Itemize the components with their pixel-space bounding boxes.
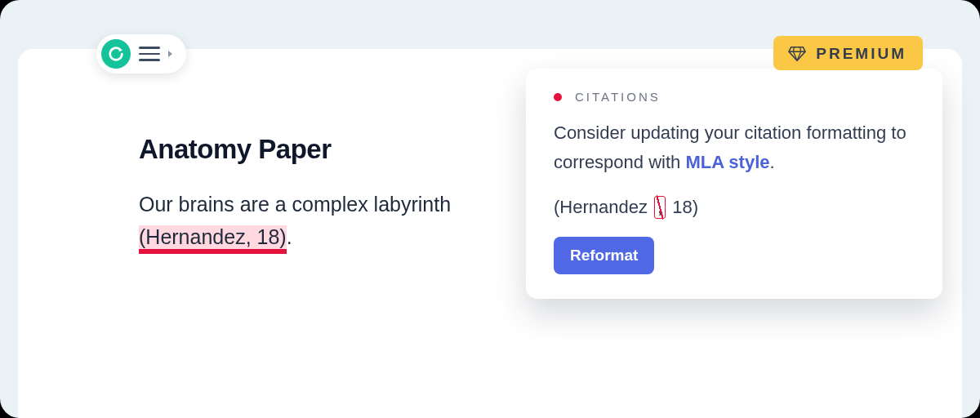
message-suffix: . [770,152,775,172]
toolbar-pill[interactable] [96,34,186,73]
document-body[interactable]: Our brains are a complex labyrinth (Hern… [139,188,482,253]
suggestion-message: Consider updating your citation formatti… [554,118,916,178]
citation-highlight[interactable]: (Hernandez, 18) [139,225,287,251]
diamond-icon [788,46,806,62]
card-header: CITATIONS [554,90,916,104]
menu-icon[interactable] [139,47,160,61]
category-dot-icon [554,93,562,101]
body-text-prefix: Our brains are a complex labyrinth [139,193,451,216]
reformat-button[interactable]: Reformat [554,237,654,274]
example-suffix: 18) [672,197,698,217]
suggestion-card: PREMIUM CITATIONS Consider updating your… [526,69,942,299]
style-link[interactable]: MLA style [685,152,769,172]
example-prefix: (Hernandez [554,197,648,217]
premium-badge[interactable]: PREMIUM [773,36,923,70]
card-category: CITATIONS [575,90,661,104]
premium-label: PREMIUM [816,45,906,63]
chevron-right-icon [168,51,172,57]
body-text-suffix: . [287,225,292,248]
removed-char-box: , [654,196,666,219]
grammarly-logo-icon [101,39,131,69]
app-frame: Anatomy Paper Our brains are a complex l… [0,0,980,418]
suggestion-example: (Hernandez , 18) [554,196,916,219]
document-content: Anatomy Paper Our brains are a complex l… [139,134,482,253]
document-title: Anatomy Paper [139,134,482,165]
